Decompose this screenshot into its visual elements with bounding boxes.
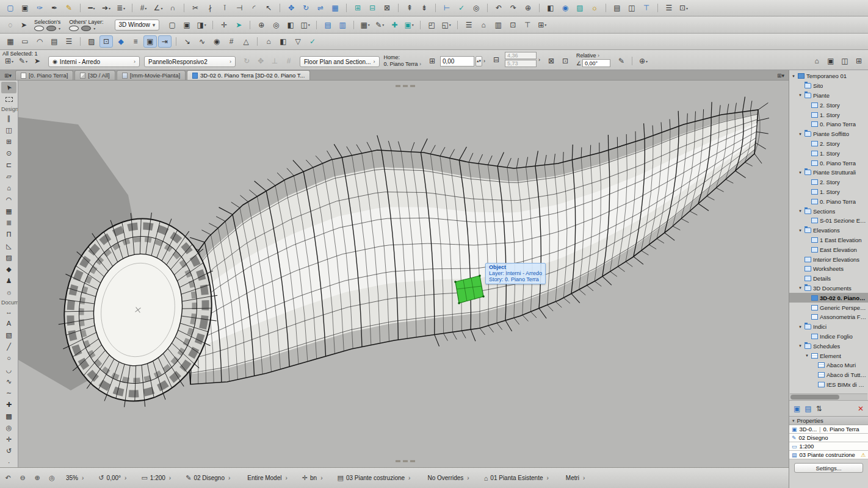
view-tab[interactable]: 3D-02 0. Piano Terra [3D-02 0. Piano T..… bbox=[187, 70, 310, 80]
orbit-icon[interactable]: ↺ bbox=[0, 445, 18, 457]
slab-tool[interactable]: ▱ bbox=[0, 171, 18, 182]
shield-icon[interactable]: ▽ bbox=[291, 35, 305, 48]
view-settings-icon[interactable]: ▤ bbox=[805, 404, 811, 413]
expand-triangle-icon[interactable] bbox=[805, 354, 809, 357]
navigator-item[interactable]: Schedules bbox=[789, 341, 868, 351]
layer-combination[interactable]: ▤ 03 Piante costruzione bbox=[338, 474, 411, 482]
cutting-plane-icon[interactable]: ◫ bbox=[298, 19, 312, 31]
layer-quick-icon[interactable]: ≣ bbox=[114, 2, 128, 14]
fillet-icon[interactable]: ◜ bbox=[247, 2, 261, 14]
navigator-item[interactable]: East Elevation bbox=[789, 245, 868, 254]
home-story-value[interactable]: 0. Piano Terra › bbox=[384, 61, 421, 67]
property-scale-row[interactable]: ▭ 1:200 bbox=[789, 442, 868, 451]
navigator-item[interactable]: 1. Story bbox=[789, 110, 868, 120]
delta-chevron[interactable]: › bbox=[538, 57, 540, 63]
group-icon[interactable]: ⊞ bbox=[351, 2, 364, 14]
navigator-item[interactable]: 1 East Elevation bbox=[789, 235, 868, 245]
navigator-item[interactable]: Abaco Muri bbox=[789, 361, 868, 370]
sync-updown-icon[interactable]: ⇅ bbox=[816, 404, 822, 413]
morph-tool[interactable]: ◆ bbox=[0, 264, 18, 275]
scissors-icon[interactable]: ✂ bbox=[189, 2, 202, 14]
interior-wizard-icon[interactable]: ⌂ bbox=[477, 19, 490, 31]
stepper-icon[interactable]: ▴▾ bbox=[476, 56, 482, 66]
expand-triangle-icon[interactable] bbox=[798, 229, 803, 232]
save-icon[interactable]: ▣ bbox=[18, 2, 32, 14]
zoom-out-icon[interactable]: ⊖ bbox=[20, 474, 31, 482]
marquee-tool[interactable] bbox=[0, 93, 18, 105]
add-favorite-icon[interactable]: ⊕ bbox=[637, 55, 650, 67]
others-show-icon[interactable] bbox=[69, 26, 79, 31]
x-constraint-icon[interactable]: ⊠ bbox=[544, 55, 558, 67]
navigator-item[interactable]: 1. Story bbox=[789, 148, 868, 158]
navigator-item[interactable]: Element bbox=[789, 351, 868, 361]
line-type-icon[interactable]: ━ bbox=[85, 2, 98, 14]
open-project-icon[interactable]: ▢ bbox=[4, 2, 17, 14]
worksheet-icon[interactable]: ▤ bbox=[610, 2, 624, 14]
view-mode-combo[interactable]: Floor Plan and Section... › bbox=[300, 56, 380, 67]
profile-manager-icon[interactable]: ⊤ bbox=[521, 19, 534, 31]
text-tool[interactable]: A bbox=[0, 318, 18, 329]
addons-icon[interactable]: ⊞ bbox=[535, 19, 549, 31]
expand-triangle-icon[interactable] bbox=[798, 286, 803, 290]
navigator-item[interactable]: Elevations bbox=[789, 226, 868, 235]
grid-ghost-icon[interactable]: # bbox=[282, 55, 295, 67]
window-mode-combo[interactable]: 3D Window ▾ bbox=[115, 20, 160, 30]
settings-dialog-icon[interactable]: ⊞ bbox=[2, 55, 16, 67]
stair-tool[interactable]: ≣ bbox=[0, 217, 18, 229]
settings-button[interactable]: Settings... bbox=[794, 463, 863, 473]
align-ghost-icon[interactable]: ⊥ bbox=[268, 55, 281, 67]
eyedropper-icon[interactable]: ✑ bbox=[33, 2, 46, 14]
tab-overview-icon[interactable]: ⊞▾ bbox=[2, 71, 14, 80]
view-tab[interactable]: [0. Piano Terra] bbox=[15, 70, 73, 80]
pen-weight-icon[interactable]: ✎ bbox=[615, 55, 628, 67]
markup-icon[interactable]: ✓ bbox=[455, 2, 468, 14]
mirror-icon[interactable]: ⇌ bbox=[314, 2, 327, 14]
expand-triangle-icon[interactable] bbox=[798, 344, 803, 348]
pickup-params-icon[interactable]: ✎ bbox=[16, 55, 30, 67]
others-lock-icon[interactable] bbox=[81, 26, 91, 31]
trim-icon[interactable]: ⊺ bbox=[218, 2, 231, 14]
arrow-cursor-icon[interactable]: ➤ bbox=[31, 55, 44, 67]
property-pen-row[interactable]: ✎ 02 Disegno bbox=[789, 434, 868, 442]
structure-display[interactable]: Entire Model bbox=[245, 475, 287, 481]
render-icon[interactable]: ▨ bbox=[573, 2, 587, 14]
zoom-prev-icon[interactable]: ↶ bbox=[492, 2, 505, 14]
paste-view-icon[interactable]: ▥ bbox=[336, 19, 349, 31]
user-origin-icon[interactable]: ✛ bbox=[0, 434, 18, 445]
railing-tool[interactable]: Π bbox=[0, 229, 18, 240]
delta-x-input[interactable] bbox=[505, 52, 537, 59]
navigator-item[interactable]: 0. Piano Terra bbox=[789, 196, 868, 206]
arrow-style-icon[interactable]: ➔ bbox=[99, 2, 113, 14]
lamp-tool[interactable]: ☼ bbox=[0, 287, 18, 298]
skew-icon[interactable]: ↘ bbox=[181, 35, 194, 48]
tracker-chevron[interactable]: › bbox=[483, 58, 485, 64]
geometry-rect-icon[interactable]: ▭ bbox=[18, 35, 32, 48]
map-view-icon[interactable]: ▣ bbox=[794, 404, 800, 413]
ungroup-icon[interactable]: ⊟ bbox=[366, 2, 379, 14]
half-view-icon[interactable]: ◧ bbox=[277, 35, 290, 48]
navigator-item[interactable]: 1. Story bbox=[789, 187, 868, 197]
offset-icon[interactable]: ↖ bbox=[262, 2, 275, 14]
circle-tool[interactable]: ○ bbox=[0, 353, 18, 364]
view-tab[interactable]: [Imm-Movie-Pianta] bbox=[117, 70, 186, 80]
zoom-level[interactable]: 35% bbox=[63, 475, 84, 481]
wall-tool[interactable]: ∥ bbox=[0, 113, 18, 124]
column-tool[interactable]: ⊙ bbox=[0, 148, 18, 159]
window-tool[interactable]: ⊞ bbox=[0, 136, 18, 148]
multiply-icon[interactable]: ▦ bbox=[328, 2, 342, 14]
expand-triangle-icon[interactable] bbox=[791, 74, 796, 78]
properties-header[interactable]: Properties bbox=[789, 416, 868, 425]
snap-guides-icon[interactable]: ∠ bbox=[151, 2, 165, 14]
split-icon[interactable]: ∤ bbox=[203, 2, 217, 14]
magnify-icon[interactable]: ◎ bbox=[49, 474, 60, 482]
expand-triangle-icon[interactable] bbox=[798, 132, 803, 136]
rotate-icon[interactable]: ↻ bbox=[299, 2, 313, 14]
navigator-item[interactable]: Details bbox=[789, 274, 868, 284]
check-icon[interactable]: ✓ bbox=[306, 35, 319, 48]
favorite-combo[interactable]: PannelloResponsivo2 › bbox=[144, 56, 236, 67]
render-style-icon[interactable]: ◨ bbox=[195, 19, 208, 31]
axonometry-icon[interactable]: ◰ bbox=[425, 19, 438, 31]
schedule-top-icon[interactable]: ☰ bbox=[662, 2, 676, 14]
delta-y-input[interactable] bbox=[505, 60, 537, 67]
navigator-item[interactable]: Indice Foglio bbox=[789, 332, 868, 342]
